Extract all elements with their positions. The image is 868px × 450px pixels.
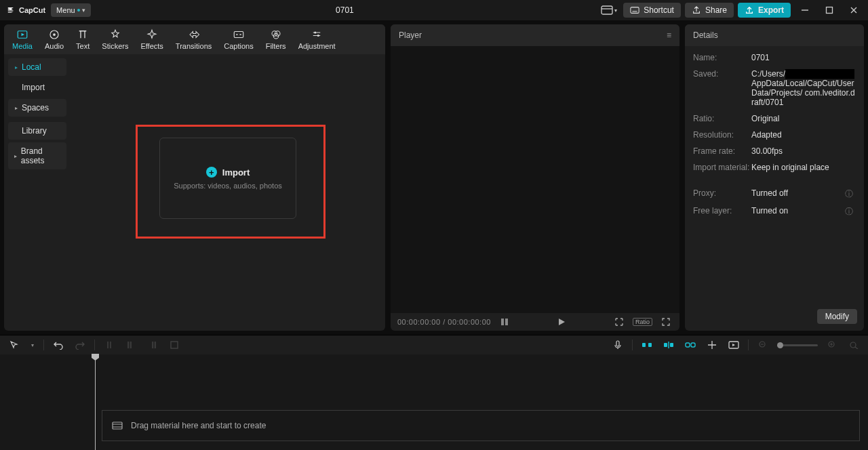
shortcut-button[interactable]: Shortcut: [623, 3, 681, 18]
separator: [94, 340, 95, 350]
close-icon: [850, 6, 858, 14]
menu-button[interactable]: Menu ▾: [51, 3, 91, 17]
tab-label: Filters: [266, 42, 286, 50]
zoom-in-button[interactable]: [825, 338, 840, 352]
tab-transitions[interactable]: Transitions: [176, 28, 212, 50]
info-icon[interactable]: ⓘ: [845, 188, 856, 199]
main-track-magnet-button[interactable]: [639, 338, 654, 352]
share-button[interactable]: Share: [685, 3, 734, 18]
player-viewport[interactable]: [391, 46, 679, 313]
window-maximize-button[interactable]: [819, 3, 840, 17]
timeline-body[interactable]: Drag material here and start to create: [0, 354, 868, 450]
detail-value: Adapted: [751, 130, 856, 140]
prev-frame-button[interactable]: [498, 315, 511, 329]
sidebar-item-spaces[interactable]: ▸Spaces: [8, 99, 66, 117]
zoom-slider[interactable]: [777, 344, 818, 346]
auto-snap-button[interactable]: [661, 338, 676, 352]
details-panel: Details Name:0701 Saved:C:/Users/███████…: [685, 24, 864, 331]
window-close-button[interactable]: [844, 3, 864, 17]
crop-button[interactable]: [167, 338, 182, 352]
delete-left-button[interactable]: [123, 338, 138, 352]
title-bar: CapCut Menu ▾ 0701 ▾ Shortcut Share Expo…: [0, 0, 868, 20]
crop-icon: [170, 340, 179, 350]
player-menu-icon[interactable]: ≡: [667, 30, 671, 40]
svg-point-32: [850, 342, 856, 348]
export-label: Export: [758, 5, 784, 15]
layout-button[interactable]: ▾: [599, 3, 619, 17]
detail-row-proxy: Proxy:Turned offⓘ: [693, 188, 856, 199]
sidebar-item-import[interactable]: Import: [8, 79, 66, 96]
plus-icon: +: [206, 167, 217, 178]
sidebar-item-label: Spaces: [22, 103, 49, 112]
zoom-out-button[interactable]: [755, 338, 770, 352]
sidebar-item-brand-assets[interactable]: ▸Brand assets: [8, 142, 66, 169]
caret-right-icon: ▸: [14, 64, 19, 70]
tab-stickers[interactable]: Stickers: [102, 28, 128, 50]
split-button[interactable]: [102, 338, 117, 352]
detail-key: Resolution:: [693, 130, 751, 140]
timeline-drop-lane[interactable]: Drag material here and start to create: [102, 410, 860, 441]
split-icon: [104, 340, 114, 350]
tab-captions[interactable]: Captions: [224, 28, 253, 50]
sidebar-item-library[interactable]: ▸Library: [8, 122, 66, 140]
detail-row-saved: Saved:C:/Users/████████████AppData/Local…: [693, 69, 856, 107]
svg-rect-19: [171, 342, 178, 348]
export-button[interactable]: Export: [738, 3, 791, 18]
tab-filters[interactable]: Filters: [266, 28, 286, 50]
tab-audio[interactable]: Audio: [45, 28, 64, 50]
delete-right-button[interactable]: [145, 338, 160, 352]
undo-button[interactable]: [51, 338, 66, 352]
playhead[interactable]: [95, 354, 96, 450]
preview-axis-button[interactable]: [705, 338, 719, 352]
caret-right-icon: ▸: [14, 105, 19, 111]
sidebar-item-label: Local: [22, 62, 41, 72]
mic-icon: [613, 340, 623, 350]
slider-thumb[interactable]: [777, 342, 783, 348]
workspace: Media Audio Text Stickers Effects Transi…: [0, 20, 868, 331]
detail-value: C:/Users/████████████AppData/Local/CapCu…: [751, 69, 856, 107]
svg-point-14: [317, 35, 319, 37]
media-icon: [16, 28, 28, 41]
tab-adjustment[interactable]: Adjustment: [298, 28, 336, 50]
play-button[interactable]: [555, 315, 568, 329]
modify-button[interactable]: Modify: [817, 309, 857, 324]
timeline-gutter: [0, 354, 95, 450]
media-sidebar: ▸Local Import ▸Spaces ▸Library ▸Brand as…: [4, 54, 71, 331]
transitions-icon: [188, 28, 200, 41]
ratio-button[interactable]: Ratio: [633, 318, 652, 326]
zoom-fit-button[interactable]: [846, 338, 861, 352]
record-button[interactable]: [610, 338, 625, 352]
topbar-right: ▾ Shortcut Share Export: [599, 3, 864, 18]
import-dropzone[interactable]: + Import Supports: videos, audios, photo…: [159, 138, 296, 219]
svg-point-8: [53, 33, 56, 36]
svg-rect-24: [670, 343, 673, 347]
detail-value: Turned off: [751, 188, 845, 199]
delete-right-icon: [148, 340, 157, 350]
sidebar-item-local[interactable]: ▸Local: [8, 58, 66, 76]
detail-row-freelayer: Free layer:Turned onⓘ: [693, 206, 856, 217]
linkage-button[interactable]: [683, 338, 698, 352]
tab-effects[interactable]: Effects: [140, 28, 163, 50]
window-minimize-button[interactable]: [795, 3, 815, 17]
tab-label: Captions: [224, 42, 253, 50]
tab-label: Text: [76, 42, 90, 50]
app-logo: CapCut: [4, 5, 48, 15]
scan-icon: [614, 317, 624, 327]
player-controls: 00:00:00:00 / 00:00:00:00 Ratio: [391, 313, 679, 331]
tab-media[interactable]: Media: [12, 28, 33, 50]
player-header: Player ≡: [391, 24, 679, 46]
svg-rect-15: [501, 319, 504, 325]
keyboard-icon: [630, 5, 639, 15]
selection-tool-button[interactable]: [7, 338, 22, 352]
fullscreen-button[interactable]: [659, 315, 673, 329]
minimize-icon: [801, 6, 809, 14]
time-total: 00:00:00:00: [448, 318, 491, 326]
redo-button[interactable]: [73, 338, 87, 352]
cover-button[interactable]: [726, 338, 741, 352]
info-icon[interactable]: ⓘ: [845, 206, 856, 217]
selection-tool-dropdown[interactable]: ▾: [28, 338, 37, 352]
scan-button[interactable]: [612, 315, 626, 329]
tab-text[interactable]: Text: [76, 28, 90, 50]
svg-line-33: [855, 347, 858, 349]
snap-icon: [663, 341, 674, 349]
